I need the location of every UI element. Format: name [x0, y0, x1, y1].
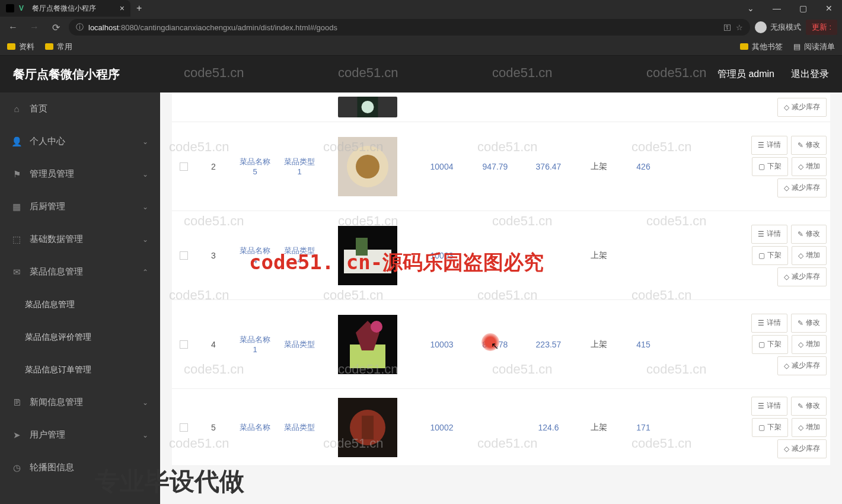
price-value: 376.47	[522, 160, 575, 174]
table-row: 2 菜品名称5 菜品类型1 10004 947.79 376.47 上架 426…	[172, 122, 830, 211]
forward-icon[interactable]: →	[26, 19, 43, 36]
table-row: 4 菜品名称1 菜品类型 10003 876.78 223.57 上架 415 …	[172, 300, 830, 389]
sidebar-item-admin[interactable]: ⚑管理员管理⌄	[0, 158, 160, 190]
detail-button[interactable]: ☰ 详情	[751, 314, 787, 333]
stock-value: 10002	[415, 420, 468, 435]
close-window-icon[interactable]: ✕	[816, 0, 842, 17]
folder-icon	[740, 43, 748, 50]
edit-button[interactable]: ✎ 修改	[791, 225, 827, 244]
sidebar-item-personal[interactable]: 👤个人中心⌄	[0, 125, 160, 158]
add-stock-button[interactable]: ◇ 增加	[792, 418, 827, 437]
table-row: 5 菜品名称 菜品类型 10002 124.6 上架 171 ☰ 详情 ✎ 修改…	[172, 389, 830, 466]
col-name-label: 菜品名称	[240, 245, 270, 256]
sidebar-item-dish-order[interactable]: 菜品信息订单管理	[0, 353, 160, 386]
svg-point-1	[362, 101, 374, 113]
nav-icon: ➤	[12, 430, 21, 440]
row-checkbox[interactable]	[180, 340, 188, 349]
back-icon[interactable]: ←	[5, 19, 21, 36]
url-host: localhost	[88, 23, 119, 32]
sidebar-item-home[interactable]: ⌂首页	[0, 92, 160, 125]
sidebar-item-news[interactable]: 🖹新闻信息管理⌄	[0, 386, 160, 419]
offshelf-button[interactable]: ▢ 下架	[752, 246, 788, 265]
reading-list[interactable]: ▤阅读清单	[793, 42, 835, 52]
status-value: 上架	[575, 248, 623, 263]
original-price: 947.79	[468, 160, 522, 174]
reduce-stock-button[interactable]: ◇ 减少库存	[777, 98, 827, 117]
row-checkbox[interactable]	[180, 162, 188, 171]
edit-button[interactable]: ✎ 修改	[791, 136, 827, 155]
row-checkbox[interactable]	[180, 423, 188, 432]
other-bookmarks[interactable]: 其他书签	[740, 42, 783, 52]
sidebar-item-carousel[interactable]: ◷轮播图信息	[0, 451, 160, 484]
status-value: 上架	[575, 159, 623, 174]
offshelf-button[interactable]: ▢ 下架	[752, 418, 788, 437]
list-icon: ▤	[793, 42, 800, 51]
reduce-stock-button[interactable]: ◇ 减少库存	[777, 356, 827, 375]
dish-thumbnail[interactable]	[338, 97, 397, 117]
add-stock-button[interactable]: ◇ 增加	[792, 246, 827, 265]
logout-link[interactable]: 退出登录	[791, 68, 829, 81]
reduce-stock-button[interactable]: ◇ 减少库存	[777, 267, 827, 286]
offshelf-button[interactable]: ▢ 下架	[752, 157, 788, 176]
reduce-stock-button[interactable]: ◇ 减少库存	[777, 178, 827, 197]
bookmark-folder[interactable]: 常用	[45, 42, 72, 52]
key-icon[interactable]: ⚿	[723, 23, 731, 32]
chevron-down-icon[interactable]: ⌄	[738, 0, 764, 17]
tab-title: 餐厅点餐微信小程序	[32, 4, 96, 14]
dish-thumbnail[interactable]	[338, 137, 397, 196]
dish-thumbnail[interactable]	[338, 398, 397, 457]
edit-button[interactable]: ✎ 修改	[791, 397, 827, 416]
edit-button[interactable]: ✎ 修改	[791, 314, 827, 333]
grid-icon: ▦	[12, 202, 21, 212]
sidebar-item-dish-info[interactable]: 菜品信息管理	[0, 288, 160, 321]
sidebar-item-user[interactable]: ➤用户管理⌄	[0, 419, 160, 451]
dish-thumbnail[interactable]	[338, 226, 397, 285]
chevron-down-icon: ⌄	[142, 398, 148, 407]
status-value: 上架	[575, 420, 623, 435]
app-header: 餐厅点餐微信小程序 管理员 admin 退出登录	[0, 56, 842, 92]
price-value: 223.57	[522, 337, 575, 352]
stock-value: 10004	[415, 160, 468, 174]
new-tab-button[interactable]: +	[130, 3, 148, 14]
reduce-stock-button[interactable]: ◇ 减少库存	[777, 439, 827, 458]
doc-icon: 🖹	[12, 398, 21, 407]
svg-rect-7	[356, 238, 368, 256]
sidebar-item-kitchen[interactable]: ▦后厨管理⌄	[0, 190, 160, 223]
sidebar-item-dish-review[interactable]: 菜品信息评价管理	[0, 321, 160, 353]
bookmark-folder[interactable]: 资料	[7, 42, 34, 52]
close-icon[interactable]: ×	[120, 4, 125, 13]
table-row: 3 菜品名称4 菜品类型4 10003 上架 ☰ 详情 ✎ 修改 ▢ 下架 ◇ …	[172, 211, 830, 300]
clicks-value: 171	[623, 420, 664, 435]
url-path: /cantingdiancanxiaochengxu/admin/dist/in…	[138, 23, 337, 32]
clicks-value: 426	[623, 160, 664, 174]
table-row: ◇ 减少库存	[172, 92, 830, 122]
chevron-down-icon: ⌄	[142, 203, 148, 211]
row-checkbox[interactable]	[180, 251, 188, 260]
detail-button[interactable]: ☰ 详情	[751, 397, 787, 416]
star-icon[interactable]: ☆	[736, 23, 743, 32]
update-button[interactable]: 更新 :	[806, 20, 837, 35]
browser-tab[interactable]: V 餐厅点餐微信小程序 ×	[0, 0, 130, 17]
sidebar-item-basic[interactable]: ⬚基础数据管理⌄	[0, 223, 160, 256]
price-value: 124.6	[522, 420, 575, 435]
col-name-label: 菜品名称	[240, 157, 270, 167]
url-port: :8080	[119, 23, 138, 32]
clicks-value: 415	[623, 337, 664, 352]
flag-icon: ⚑	[12, 170, 21, 179]
maximize-icon[interactable]: ▢	[790, 0, 816, 17]
header-user[interactable]: 管理员 admin	[717, 68, 774, 81]
sidebar-item-dish[interactable]: ✉菜品信息管理⌃	[0, 256, 160, 288]
detail-button[interactable]: ☰ 详情	[751, 225, 787, 244]
dish-thumbnail[interactable]	[338, 315, 397, 374]
add-stock-button[interactable]: ◇ 增加	[792, 157, 827, 176]
folder-icon	[7, 43, 15, 50]
add-stock-button[interactable]: ◇ 增加	[792, 335, 827, 354]
offshelf-button[interactable]: ▢ 下架	[752, 335, 788, 354]
reload-icon[interactable]: ⟳	[47, 19, 64, 36]
detail-button[interactable]: ☰ 详情	[751, 136, 787, 155]
incognito-indicator[interactable]: 无痕模式	[755, 21, 801, 33]
vue-icon: V	[19, 4, 27, 12]
url-input[interactable]: ⓘ localhost:8080/cantingdiancanxiaocheng…	[69, 19, 750, 36]
minimize-icon[interactable]: —	[764, 0, 790, 17]
app-title: 餐厅点餐微信小程序	[13, 66, 120, 82]
